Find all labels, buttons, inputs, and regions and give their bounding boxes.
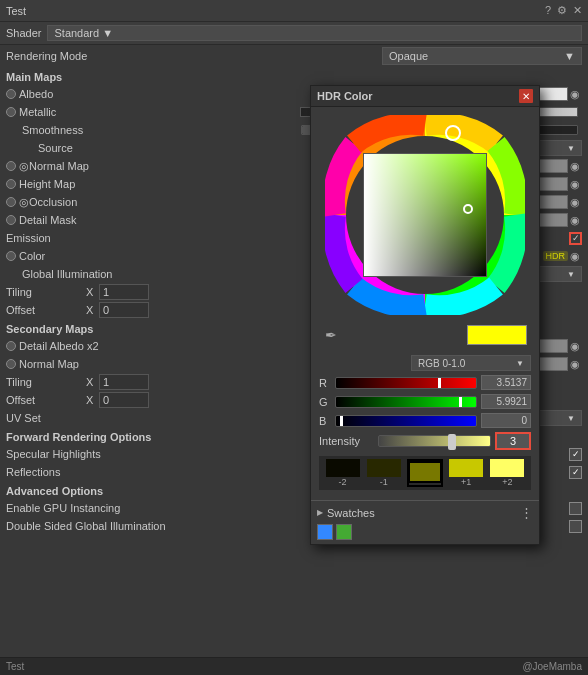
reflections-checkbox[interactable]	[569, 466, 582, 479]
swatches-section: ▶ Swatches ⋮	[311, 500, 539, 544]
r-channel-row: R	[319, 375, 531, 390]
height-map-circle-icon	[6, 179, 16, 189]
swatches-label: Swatches	[327, 507, 375, 519]
hdr-color-popup: HDR Color ✕	[310, 85, 540, 545]
eyedropper-icon[interactable]: ✒	[317, 323, 345, 347]
b-value-input[interactable]	[481, 413, 531, 428]
normal-map-pick-icon[interactable]: ◉	[568, 159, 582, 173]
detail-mask-pick-icon[interactable]: ◉	[568, 213, 582, 227]
exposure-plus1[interactable]: +1	[448, 459, 484, 487]
albedo-circle-icon	[6, 89, 16, 99]
intensity-label: Intensity	[319, 435, 374, 447]
g-slider[interactable]	[335, 396, 477, 408]
shader-dropdown[interactable]: Standard ▼	[47, 25, 582, 41]
intensity-row: Intensity	[319, 432, 531, 450]
r-label: R	[319, 377, 331, 389]
swatch-item-green[interactable]	[336, 524, 352, 540]
color-circle-icon	[6, 251, 16, 261]
settings-icon[interactable]: ⚙	[557, 4, 567, 17]
swatches-triangle-icon: ▶	[317, 508, 323, 517]
g-value-input[interactable]	[481, 394, 531, 409]
normal-map-circle-icon	[6, 161, 16, 171]
emission-checkbox[interactable]	[569, 232, 582, 245]
metallic-label: Metallic	[19, 106, 296, 118]
exposure-minus2[interactable]: -2	[325, 459, 361, 487]
height-map-pick-icon[interactable]: ◉	[568, 177, 582, 191]
b-label: B	[319, 415, 331, 427]
sec-tiling-x-input[interactable]	[99, 374, 149, 390]
double-sided-checkbox[interactable]	[569, 520, 582, 533]
color-pick-icon[interactable]: ◉	[568, 249, 582, 263]
exposure-row: -2 -1 +1 +2	[319, 456, 531, 490]
intensity-slider[interactable]	[378, 435, 491, 447]
detail-albedo-pick-icon[interactable]: ◉	[568, 339, 582, 353]
help-icon[interactable]: ?	[545, 4, 551, 17]
albedo-pick-icon[interactable]: ◉	[568, 87, 582, 101]
color-mode-dropdown[interactable]: RGB 0-1.0 ▼	[411, 355, 531, 371]
sec-normal-circle-icon	[6, 359, 16, 369]
hdr-close-button[interactable]: ✕	[519, 89, 533, 103]
top-bar-icons: ? ⚙ ✕	[545, 4, 582, 17]
color-preview-swatch	[467, 325, 527, 345]
bottom-bar: Test @JoeMamba	[0, 657, 588, 675]
hdr-badge: HDR	[543, 251, 569, 261]
tiling-x-input[interactable]	[99, 284, 149, 300]
hdr-title: HDR Color	[317, 90, 519, 102]
rendering-mode-dropdown[interactable]: Opaque ▼	[382, 47, 582, 65]
g-label: G	[319, 396, 331, 408]
tiling-label: Tiling	[6, 286, 86, 298]
b-slider[interactable]	[335, 415, 477, 427]
intensity-value-input[interactable]	[495, 432, 531, 450]
close-icon[interactable]: ✕	[573, 4, 582, 17]
specular-highlights-checkbox[interactable]	[569, 448, 582, 461]
smoothness-label: Smoothness	[6, 124, 297, 136]
occlusion-pick-icon[interactable]: ◉	[568, 195, 582, 209]
gpu-instancing-checkbox[interactable]	[569, 502, 582, 515]
g-channel-row: G	[319, 394, 531, 409]
swatches-more-icon[interactable]: ⋮	[520, 505, 533, 520]
offset-label: Offset	[6, 304, 86, 316]
exposure-zero[interactable]	[407, 459, 443, 487]
sec-offset-label: Offset	[6, 394, 86, 406]
shader-label: Shader	[6, 27, 41, 39]
main-maps-header: Main Maps	[0, 67, 588, 85]
color-wheel-area[interactable]	[325, 115, 525, 315]
r-value-input[interactable]	[481, 375, 531, 390]
sec-offset-x-input[interactable]	[99, 392, 149, 408]
r-slider[interactable]	[335, 377, 477, 389]
bottom-bar-left: Test	[6, 661, 24, 672]
bottom-bar-right: @JoeMamba	[522, 661, 582, 672]
metallic-circle-icon	[6, 107, 16, 117]
detail-mask-circle-icon	[6, 215, 16, 225]
window-title: Test	[6, 5, 545, 17]
b-channel-row: B	[319, 413, 531, 428]
sec-tiling-label: Tiling	[6, 376, 86, 388]
sec-normal-pick-icon[interactable]: ◉	[568, 357, 582, 371]
rendering-mode-label: Rendering Mode	[6, 50, 382, 62]
exposure-plus2[interactable]: +2	[489, 459, 525, 487]
color-square[interactable]	[363, 153, 487, 277]
occlusion-circle-icon	[6, 197, 16, 207]
offset-x-input[interactable]	[99, 302, 149, 318]
square-cursor[interactable]	[463, 204, 473, 214]
swatch-items	[317, 524, 533, 540]
exposure-minus1[interactable]: -1	[366, 459, 402, 487]
swatch-item-blue[interactable]	[317, 524, 333, 540]
detail-albedo-circle-icon	[6, 341, 16, 351]
